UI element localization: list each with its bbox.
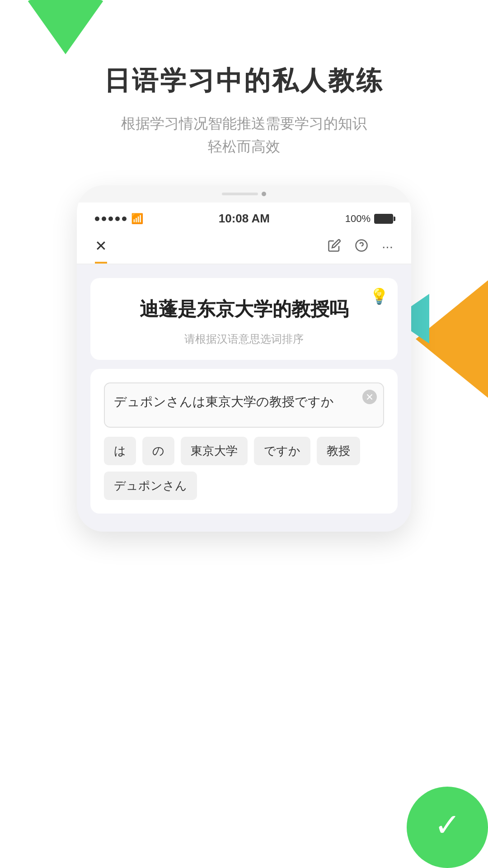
phone-inner: 💡 迪蓬是东京大学的教授吗 请根据汉语意思选词排序 デュポンさんは東京大学の教授…: [77, 264, 411, 532]
page-dot-bar: [222, 193, 258, 195]
status-bar: 📶 10:08 AM 100%: [77, 203, 411, 230]
word-chip[interactable]: 東京大学: [181, 437, 248, 465]
phone-mockup: 📶 10:08 AM 100% ✕: [77, 185, 411, 532]
word-chip[interactable]: デュポンさん: [104, 472, 197, 500]
help-icon[interactable]: [355, 239, 368, 255]
hero-title: 日语学习中的私人教练: [104, 63, 384, 99]
answer-card: デュポンさんは東京大学の教授ですか は の 東京大学 ですか 教授 デュポンさん: [90, 369, 398, 514]
status-time: 10:08 AM: [143, 212, 345, 226]
edit-icon[interactable]: [328, 239, 341, 255]
page-content: 日语学习中的私人教练 根据学习情况智能推送需要学习的知识 轻松而高效: [0, 0, 488, 532]
answer-input-text: デュポンさんは東京大学の教授ですか: [114, 392, 361, 411]
check-icon: ✓: [434, 807, 461, 844]
question-text: 迪蓬是东京大学的教授吗: [108, 296, 380, 323]
wifi-icon: 📶: [131, 213, 143, 225]
page-dot-circle: [262, 192, 266, 196]
bulb-icon: 💡: [370, 287, 389, 305]
question-card: 💡 迪蓬是东京大学的教授吗 请根据汉语意思选词排序: [90, 278, 398, 360]
signal-dot-4: [115, 217, 120, 221]
question-hint: 请根据汉语意思选词排序: [108, 332, 380, 346]
word-chip[interactable]: 教授: [317, 437, 360, 465]
nav-bar: ✕ ···: [77, 230, 411, 264]
clear-button[interactable]: [362, 390, 377, 404]
close-button[interactable]: ✕: [95, 237, 107, 264]
signal-dot-3: [108, 217, 113, 221]
subtitle-line1: 根据学习情况智能推送需要学习的知识: [121, 115, 367, 132]
more-icon[interactable]: ···: [382, 239, 393, 255]
status-left: 📶: [95, 213, 143, 225]
signal-dot-1: [95, 217, 99, 221]
hero-subtitle: 根据学习情况智能推送需要学习的知识 轻松而高效: [121, 112, 367, 158]
word-chip[interactable]: ですか: [254, 437, 310, 465]
word-chip[interactable]: は: [104, 437, 136, 465]
word-chips-container: は の 東京大学 ですか 教授 デュポンさん: [104, 437, 384, 500]
status-right: 100%: [345, 213, 393, 225]
word-chip[interactable]: の: [142, 437, 174, 465]
battery-text: 100%: [345, 213, 371, 225]
nav-icons: ···: [328, 239, 393, 263]
battery-icon: [374, 214, 393, 224]
signal-dot-5: [122, 217, 127, 221]
signal-dots: [95, 217, 127, 221]
page-indicator: [77, 185, 411, 203]
answer-input-area[interactable]: デュポンさんは東京大学の教授ですか: [104, 382, 384, 428]
subtitle-line2: 轻松而高效: [208, 138, 280, 155]
bottom-check-circle[interactable]: ✓: [407, 787, 488, 868]
signal-dot-2: [102, 217, 106, 221]
